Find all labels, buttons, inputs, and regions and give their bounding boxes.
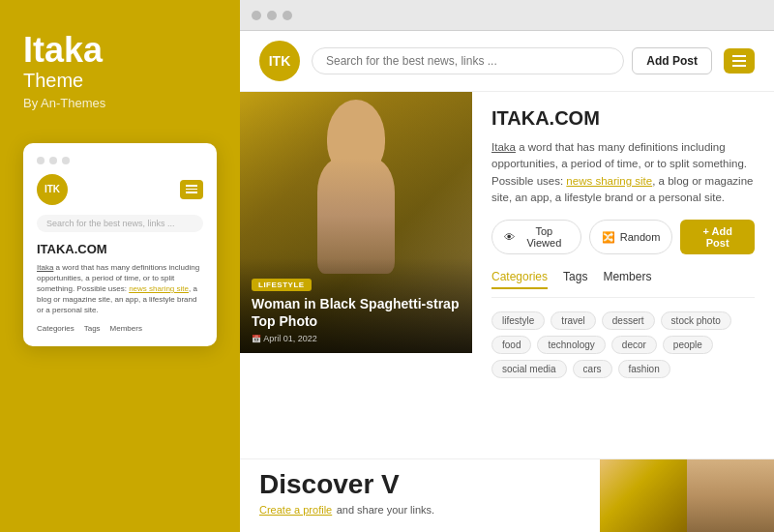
random-label: Random — [620, 231, 661, 243]
hero-section: LIFESTYLE Woman in Black Spaghetti-strap… — [240, 92, 472, 458]
mini-body-text: Itaka a word that has many definitions i… — [37, 262, 203, 316]
tag-pill[interactable]: cars — [573, 360, 612, 378]
thumb-inner-1 — [600, 459, 687, 532]
hero-date: April 01, 2022 — [252, 334, 461, 343]
mini-hamburger-button[interactable] — [180, 180, 203, 199]
mini-tab-categories[interactable]: Categories — [37, 324, 74, 333]
main-content: LIFESTYLE Woman in Black Spaghetti-strap… — [240, 92, 774, 458]
hero-image: LIFESTYLE Woman in Black Spaghetti-strap… — [240, 92, 472, 353]
mini-tab-tags[interactable]: Tags — [84, 324, 101, 333]
hamburger-line — [186, 185, 197, 187]
discover-text-col: Discover V Create a profile and share yo… — [240, 459, 600, 532]
tag-pill[interactable]: decor — [611, 336, 657, 354]
mini-card-dots — [37, 157, 203, 164]
left-panel: Itaka Theme By An-Themes ITK Search for … — [0, 0, 240, 532]
eye-icon: 👁 — [504, 231, 515, 243]
tab-categories[interactable]: Categories — [491, 270, 548, 289]
add-post-button[interactable]: Add Post — [632, 47, 712, 74]
hero-overlay: LIFESTYLE Woman in Black Spaghetti-strap… — [240, 258, 472, 353]
site-logo: ITK — [259, 41, 300, 81]
hero-title[interactable]: Woman in Black Spaghetti-strap Top Photo — [252, 295, 461, 330]
top-viewed-button[interactable]: 👁 Top Viewed — [491, 220, 581, 254]
site-name-heading: ITAKA.COM — [491, 107, 755, 130]
add-post-button-info[interactable]: + Add Post — [680, 220, 755, 254]
tag-pill[interactable]: travel — [551, 311, 595, 330]
tag-pill[interactable]: dessert — [602, 311, 655, 330]
lifestyle-badge: LIFESTYLE — [252, 279, 312, 291]
hero-face-decoration — [317, 100, 395, 274]
thumbnail-1 — [600, 459, 687, 532]
tag-pill[interactable]: fashion — [618, 360, 670, 378]
browser-bar — [240, 0, 774, 31]
random-icon: 🔀 — [602, 231, 615, 244]
top-viewed-label: Top Viewed — [520, 225, 569, 249]
tab-members[interactable]: Members — [603, 270, 651, 289]
site-search-wrap: Add Post — [312, 47, 712, 74]
hamburger-line — [732, 55, 746, 57]
browser-dot-3 — [283, 11, 292, 20]
discover-heading: Discover V — [259, 469, 580, 500]
hamburger-line — [186, 192, 197, 193]
create-profile-link[interactable]: Create a profile — [259, 504, 332, 516]
tab-row: Categories Tags Members — [491, 270, 755, 298]
bottom-strip: Discover V Create a profile and share yo… — [240, 458, 774, 532]
thumbnail-2 — [687, 459, 774, 532]
site-search-input[interactable] — [312, 47, 624, 74]
hamburger-line — [732, 65, 746, 67]
browser-dot-1 — [252, 11, 261, 20]
action-buttons: 👁 Top Viewed 🔀 Random + Add Post — [491, 220, 755, 254]
hamburger-menu-button[interactable] — [724, 48, 755, 74]
discover-sub: Create a profile and share your links. — [259, 500, 580, 517]
brand-subtitle: Theme — [23, 70, 217, 92]
tag-pill[interactable]: stock photo — [661, 311, 731, 330]
site-header: ITK Add Post — [240, 31, 774, 92]
tag-pill[interactable]: food — [491, 336, 531, 354]
info-panel: ITAKA.COM Itaka a word that has many def… — [472, 92, 774, 458]
tags-row: lifestyletraveldessertstock photofoodtec… — [491, 311, 755, 378]
random-button[interactable]: 🔀 Random — [589, 220, 673, 254]
mini-tab-members[interactable]: Members — [110, 324, 142, 333]
mini-preview-card: ITK Search for the best news, links ... … — [23, 143, 217, 346]
bottom-thumbnails — [600, 459, 774, 532]
mini-site-title: ITAKA.COM — [37, 242, 203, 256]
right-panel: ITK Add Post LIFESTYLE Woman in Black Sp… — [240, 0, 774, 532]
dot-red — [37, 157, 45, 164]
tag-pill[interactable]: people — [663, 336, 713, 354]
brand-by: By An-Themes — [23, 96, 217, 110]
mini-logo: ITK — [37, 174, 68, 205]
brand-title: Itaka — [23, 31, 217, 70]
browser-dot-2 — [267, 11, 277, 20]
discover-sub-rest: and share your links. — [337, 504, 435, 516]
news-sharing-link[interactable]: news sharing site — [566, 175, 652, 187]
mini-header: ITK — [37, 174, 203, 205]
mini-news-link[interactable]: news sharing site — [129, 284, 189, 293]
mini-tabs: Categories Tags Members — [37, 324, 203, 333]
hamburger-line — [186, 189, 197, 191]
site-content: ITK Add Post LIFESTYLE Woman in Black Sp… — [240, 31, 774, 532]
tab-tags[interactable]: Tags — [563, 270, 587, 289]
tag-pill[interactable]: technology — [537, 336, 605, 354]
tag-pill[interactable]: lifestyle — [491, 311, 545, 330]
itaka-link[interactable]: Itaka — [491, 141, 516, 153]
hamburger-line — [732, 60, 746, 62]
mini-search-field: Search for the best news, links ... — [37, 215, 203, 232]
tag-pill[interactable]: social media — [491, 360, 567, 378]
dot-yellow — [49, 157, 57, 164]
thumb-inner-2 — [687, 459, 774, 532]
dot-green — [62, 157, 70, 164]
site-description: Itaka a word that has many definitions i… — [491, 139, 755, 206]
